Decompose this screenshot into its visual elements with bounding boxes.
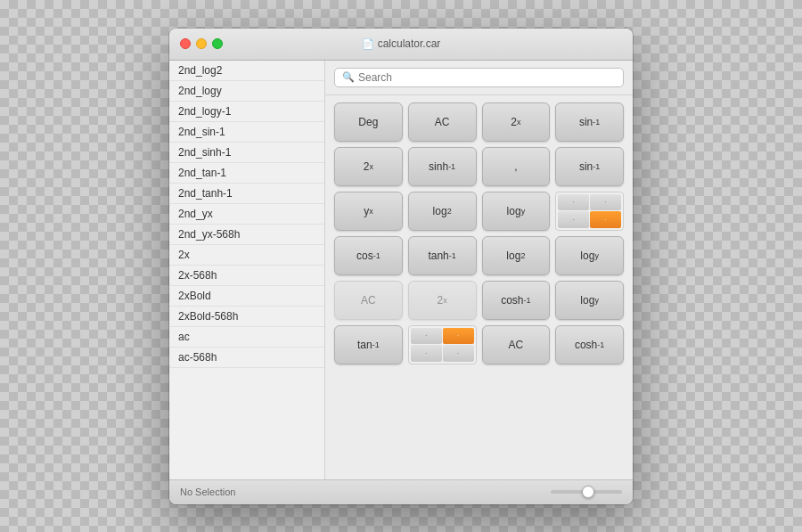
sidebar-item[interactable]: 2x [169, 245, 324, 266]
document-icon: 📄 [362, 38, 374, 50]
mini-cell-3: · [558, 211, 589, 228]
mini-cell-8: · [443, 345, 474, 362]
main-panel: 🔍 Deg AC 2x sin-1 2x sinh-1 , sin-1 [325, 61, 633, 479]
log2-button-1[interactable]: log2 [408, 192, 477, 231]
logy-button-2[interactable]: logy [555, 236, 624, 275]
ac-button-1[interactable]: AC [408, 102, 477, 142]
maximize-button[interactable] [212, 38, 223, 49]
2x-button-1[interactable]: 2x [482, 102, 551, 142]
search-icon: 🔍 [342, 71, 355, 83]
calc-row-3: yx log2 logy · · · · [334, 192, 624, 231]
deg-button[interactable]: Deg [334, 102, 403, 142]
mini-cell-1: · [558, 194, 589, 211]
calc-row-4: cos-1 tanh-1 log2 logy [334, 236, 624, 275]
cosh-inv-button-1[interactable]: cosh-1 [482, 281, 551, 320]
sin-inv-button-1[interactable]: sin-1 [555, 102, 624, 142]
logy-button-3[interactable]: logy [555, 281, 624, 320]
2x-button-3[interactable]: 2x [408, 281, 477, 320]
window-title: 📄 calculator.car [362, 37, 441, 50]
calc-row-5: AC 2x cosh-1 logy [334, 281, 624, 320]
sinh-inv-button[interactable]: sinh-1 [408, 147, 477, 186]
mini-cell-4: · [590, 211, 621, 228]
tanh-inv-button[interactable]: tanh-1 [408, 236, 477, 275]
cosh-inv-button-2[interactable]: cosh-1 [555, 325, 624, 364]
ac-button-3[interactable]: AC [482, 325, 551, 364]
sin-inv-button-2[interactable]: sin-1 [555, 147, 624, 186]
titlebar: 📄 calculator.car [169, 29, 633, 61]
sidebar-item[interactable]: 2nd_log2 [169, 61, 324, 81]
logy-button-1[interactable]: logy [482, 192, 551, 231]
sidebar-item[interactable]: 2nd_logy [169, 81, 324, 102]
mini-cell-5: · [411, 328, 442, 345]
preview-button-1[interactable]: · · · · [555, 192, 624, 231]
search-input-wrap[interactable]: 🔍 [334, 68, 624, 87]
calc-grid: Deg AC 2x sin-1 2x sinh-1 , sin-1 yx log… [325, 95, 633, 479]
statusbar: No Selection [169, 479, 633, 504]
sidebar-item[interactable]: ac-568h [169, 348, 324, 368]
comma-button[interactable]: , [482, 147, 551, 186]
cos-inv-button[interactable]: cos-1 [334, 236, 403, 275]
search-input[interactable] [358, 71, 616, 84]
window-content: 2nd_log22nd_logy2nd_logy-12nd_sin-12nd_s… [169, 61, 633, 479]
ac-button-2[interactable]: AC [334, 281, 403, 320]
yx-button[interactable]: yx [334, 192, 403, 231]
sidebar: 2nd_log22nd_logy2nd_logy-12nd_sin-12nd_s… [169, 61, 325, 479]
mini-cell-6: · [443, 328, 474, 345]
status-text: No Selection [180, 487, 235, 497]
sidebar-item[interactable]: 2nd_tan-1 [169, 163, 324, 184]
sidebar-item[interactable]: 2nd_tanh-1 [169, 184, 324, 204]
slider-container[interactable] [551, 490, 622, 494]
sidebar-item[interactable]: ac [169, 327, 324, 348]
title-text: calculator.car [378, 37, 441, 50]
mini-cell-2: · [590, 194, 621, 211]
sidebar-item[interactable]: 2nd_yx-568h [169, 225, 324, 245]
preview-button-2[interactable]: · · · · [408, 325, 477, 364]
slider-thumb[interactable] [582, 486, 594, 498]
2x-button-2[interactable]: 2x [334, 147, 403, 186]
minimize-button[interactable] [196, 38, 207, 49]
tan-inv-button[interactable]: tan-1 [334, 325, 403, 364]
sidebar-item[interactable]: 2nd_sin-1 [169, 122, 324, 143]
mini-cell-7: · [411, 345, 442, 362]
calc-row-2: 2x sinh-1 , sin-1 [334, 147, 624, 186]
main-window: 📄 calculator.car 2nd_log22nd_logy2nd_log… [169, 29, 633, 504]
search-bar: 🔍 [325, 61, 633, 95]
calc-row-1: Deg AC 2x sin-1 [334, 102, 624, 142]
sidebar-item[interactable]: 2xBold-568h [169, 307, 324, 327]
sidebar-item[interactable]: 2nd_yx [169, 204, 324, 225]
sidebar-item[interactable]: 2nd_sinh-1 [169, 143, 324, 163]
sidebar-item[interactable]: 2x-568h [169, 266, 324, 286]
sidebar-item[interactable]: 2nd_logy-1 [169, 102, 324, 122]
slider[interactable] [551, 490, 622, 494]
calc-row-6: tan-1 · · · · AC cosh-1 [334, 325, 624, 364]
traffic-lights [180, 38, 223, 49]
sidebar-item[interactable]: 2xBold [169, 286, 324, 307]
log2-button-2[interactable]: log2 [482, 236, 551, 275]
close-button[interactable] [180, 38, 191, 49]
